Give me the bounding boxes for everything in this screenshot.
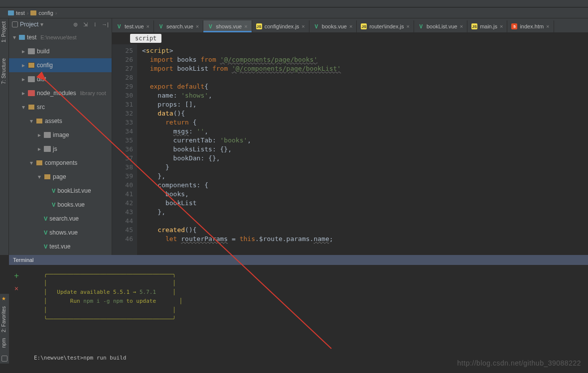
folder-icon (30, 10, 36, 15)
tab-bookList-vue[interactable]: VbookList.vue× (414, 20, 467, 32)
tree-label: assets (45, 118, 62, 124)
tool-window-icon[interactable] (1, 356, 7, 362)
main-toolbar (0, 0, 588, 7)
locate-icon[interactable]: ⊚ (72, 21, 79, 28)
tree-item-shows-vue[interactable]: Vshows.vue (9, 226, 112, 240)
project-view-icon (12, 21, 18, 27)
watermark: http://blog.csdn.net/github_39088222 (457, 359, 581, 367)
tree-label: js (53, 145, 57, 152)
collapse-icon[interactable]: ⇲ (82, 21, 89, 28)
tab-shows-vue[interactable]: Vshows.vue× (203, 20, 252, 32)
favorites-tool-button[interactable]: 2: Favorites (0, 303, 7, 335)
tree-item-page[interactable]: ▾page (9, 170, 112, 184)
project-tree[interactable]: ▾testE:\newvue\test▸build▸config▸dist▸no… (9, 30, 112, 255)
tree-label: bookList.vue (57, 187, 91, 194)
star-icon: ★ (1, 296, 7, 301)
folder-icon (36, 160, 43, 166)
tree-item-search-vue[interactable]: Vsearch.vue (9, 212, 112, 226)
tab-config-index-js[interactable]: JSconfig\index.js× (252, 20, 309, 32)
terminal-close-icon[interactable]: × (14, 284, 18, 292)
close-icon[interactable]: × (196, 23, 199, 29)
vue-icon: V (52, 202, 55, 208)
breadcrumb: test › config › (0, 7, 588, 18)
vue-icon: V (44, 244, 47, 249)
terminal-output[interactable]: ╭──────────────────────────────────────╮… (24, 265, 588, 367)
tree-arrow[interactable]: ▸ (21, 62, 26, 69)
folder-icon (44, 174, 51, 180)
tree-arrow[interactable]: ▸ (21, 76, 26, 83)
code-body[interactable]: <script> import books from '@/components… (137, 44, 588, 255)
tree-arrow[interactable]: ▸ (37, 145, 42, 152)
tree-label: components (45, 159, 77, 166)
terminal-panel: + × ╭───────────────────────────────────… (9, 265, 588, 367)
code-editor[interactable]: 2526272829303132333435363738394041424344… (112, 44, 588, 255)
tree-item-bookList-vue[interactable]: VbookList.vue (9, 184, 112, 198)
close-icon[interactable]: × (460, 23, 463, 29)
tree-arrow[interactable]: ▾ (29, 159, 34, 166)
tree-arrow[interactable]: ▾ (29, 118, 34, 124)
tree-item-assets[interactable]: ▾assets (9, 114, 112, 128)
tree-arrow[interactable]: ▾ (21, 104, 26, 111)
close-icon[interactable]: × (406, 23, 409, 29)
close-icon[interactable]: × (301, 23, 304, 29)
tab-books-vue[interactable]: Vbooks.vue× (309, 20, 357, 32)
terminal-new-icon[interactable]: + (14, 271, 19, 280)
chevron-right-icon: › (27, 10, 29, 16)
project-tool-button[interactable]: 1: Project (0, 18, 7, 45)
structure-tool-button[interactable]: 7: Structure (0, 55, 7, 87)
close-icon[interactable]: × (147, 23, 149, 29)
close-icon[interactable]: × (349, 23, 352, 29)
left-bottom-rail: ★ 2: Favorites npm (0, 294, 9, 364)
vue-icon: V (207, 23, 213, 29)
js-icon: JS (361, 23, 367, 29)
folder-icon (28, 76, 35, 82)
close-icon[interactable]: × (546, 23, 549, 29)
terminal-header[interactable]: Terminal (9, 255, 588, 265)
tab-search-vue[interactable]: Vsearch.vue× (154, 20, 203, 32)
tab-label: bookList.vue (427, 23, 457, 29)
tree-label: build (37, 48, 49, 55)
tree-item-image[interactable]: ▸image (9, 128, 112, 142)
tree-item-components[interactable]: ▾components (9, 156, 112, 170)
tree-arrow[interactable]: ▸ (21, 90, 26, 97)
tree-label: config (37, 62, 53, 69)
npm-tool-button[interactable]: npm (0, 335, 7, 351)
tree-arrow[interactable]: ▸ (21, 48, 26, 55)
module-icon (8, 10, 14, 15)
tree-label: shows.vue (49, 229, 78, 236)
tab-label: search.vue (166, 23, 193, 29)
tree-item-books-vue[interactable]: Vbooks.vue (9, 198, 112, 212)
breadcrumb-pill[interactable]: script (130, 34, 161, 43)
tree-item-test[interactable]: ▾testE:\newvue\test (9, 30, 112, 44)
tree-arrow[interactable]: ▾ (37, 173, 42, 180)
tab-test-vue[interactable]: Vtest.vue× (112, 20, 154, 32)
tab-main-js[interactable]: JSmain.js× (467, 20, 507, 32)
tree-item-src[interactable]: ▾src (9, 100, 112, 114)
tree-arrow[interactable]: ▾ (12, 34, 17, 41)
project-pane-header: Project ▾ ⊚ ⇲ ⁞ →| (9, 18, 112, 30)
tree-item-build[interactable]: ▸build (9, 44, 112, 58)
close-icon[interactable]: × (244, 23, 247, 29)
close-icon[interactable]: × (500, 23, 503, 29)
terminal-prompt[interactable]: E:\newvue\test>npm run build (34, 354, 126, 363)
breadcrumb-item[interactable]: config (30, 10, 53, 16)
settings-icon[interactable]: ⁞ (92, 21, 99, 28)
editor-area: Vtest.vue×Vsearch.vue×Vshows.vue×JSconfi… (112, 18, 588, 255)
hide-icon[interactable]: →| (102, 21, 109, 28)
breadcrumb-item[interactable]: test (8, 10, 25, 16)
tree-item-js[interactable]: ▸js (9, 142, 112, 156)
tree-item-dist[interactable]: ▸dist (9, 72, 112, 86)
folder-icon (44, 146, 51, 152)
vue-icon: V (44, 230, 47, 236)
tree-item-test-vue[interactable]: Vtest.vue (9, 240, 112, 253)
vue-icon: V (313, 23, 319, 29)
tab-index-htm[interactable]: 5index.htm× (507, 20, 554, 32)
tab-label: index.htm (520, 23, 544, 29)
tree-arrow[interactable]: ▸ (37, 131, 42, 138)
chevron-right-icon: › (55, 10, 57, 16)
vue-icon: V (418, 23, 424, 29)
tab-router-index-js[interactable]: JSrouter\index.js× (357, 20, 414, 32)
tab-label: books.vue (322, 23, 347, 29)
tree-item-node_modules[interactable]: ▸node_moduleslibrary root (9, 86, 112, 100)
tree-item-config[interactable]: ▸config (9, 58, 112, 72)
